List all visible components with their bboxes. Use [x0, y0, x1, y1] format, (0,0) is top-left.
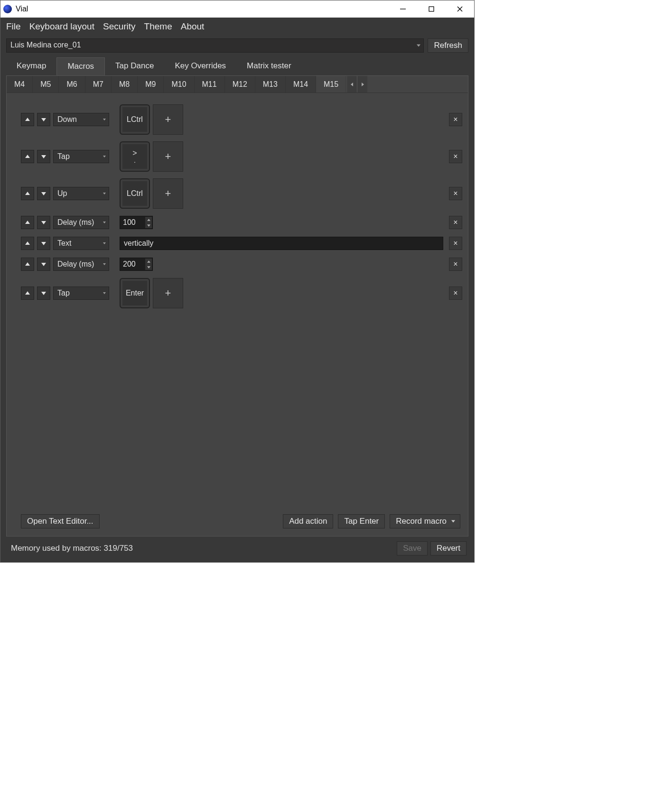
add-action-button[interactable]: Add action [283, 514, 333, 528]
svg-marker-19 [41, 263, 46, 266]
macro-tab-m9[interactable]: M9 [138, 76, 164, 93]
delete-action-button[interactable]: × [449, 237, 462, 250]
action-type-select[interactable]: Delay (ms) [53, 216, 109, 229]
macro-tab-m13[interactable]: M13 [255, 76, 286, 93]
macro-tab-m7[interactable]: M7 [85, 76, 112, 93]
svg-rect-1 [429, 7, 434, 11]
tab-keymap[interactable]: Keymap [6, 57, 56, 75]
device-select-value: Luis Medina core_01 [10, 41, 81, 49]
number-spinner[interactable] [145, 259, 152, 270]
move-up-button[interactable] [21, 187, 34, 200]
macro-toolbar: Open Text Editor... Add action Tap Enter… [21, 514, 462, 530]
svg-marker-4 [351, 83, 353, 86]
macro-tab-m8[interactable]: M8 [112, 76, 138, 93]
svg-marker-12 [25, 221, 30, 224]
menubar: File Keyboard layout Security Theme Abou… [0, 18, 474, 36]
device-row: Luis Medina core_01 Refresh [0, 36, 474, 57]
add-key-button[interactable]: + [153, 141, 183, 172]
keycap[interactable]: Enter [120, 278, 150, 308]
delay-input[interactable]: 200 [120, 258, 153, 271]
svg-marker-15 [147, 224, 150, 226]
action-type-select[interactable]: Tap [53, 287, 109, 300]
macro-actions: Down LCtrl + × Tap > . + × [7, 93, 468, 536]
refresh-button[interactable]: Refresh [428, 38, 468, 53]
tab-macros[interactable]: Macros [56, 57, 105, 75]
close-window-button[interactable] [446, 0, 474, 18]
app-icon [3, 5, 12, 13]
delete-action-button[interactable]: × [449, 187, 462, 200]
move-up-button[interactable] [21, 216, 34, 229]
svg-marker-14 [147, 219, 150, 221]
macro-tab-m11[interactable]: M11 [195, 76, 225, 93]
spin-up-icon[interactable] [145, 259, 152, 264]
macro-tab-m6[interactable]: M6 [59, 76, 85, 93]
tab-matrix-tester[interactable]: Matrix tester [236, 57, 302, 75]
action-type-select[interactable]: Delay (ms) [53, 258, 109, 271]
delete-action-button[interactable]: × [449, 150, 462, 163]
svg-marker-5 [362, 83, 364, 86]
spin-down-icon[interactable] [145, 264, 152, 270]
move-up-button[interactable] [21, 150, 34, 163]
device-select[interactable]: Luis Medina core_01 [6, 38, 424, 53]
menu-about[interactable]: About [181, 21, 205, 32]
titlebar: Vial [0, 0, 474, 18]
revert-button[interactable]: Revert [430, 541, 467, 555]
keycap[interactable]: LCtrl [120, 104, 150, 135]
move-up-button[interactable] [21, 237, 34, 250]
move-down-button[interactable] [37, 237, 50, 250]
open-text-editor-button[interactable]: Open Text Editor... [21, 514, 100, 528]
move-down-button[interactable] [37, 113, 50, 126]
move-down-button[interactable] [37, 187, 50, 200]
action-type-select[interactable]: Text [53, 237, 109, 250]
menu-keyboard-layout[interactable]: Keyboard layout [29, 21, 94, 32]
move-up-button[interactable] [21, 113, 34, 126]
move-down-button[interactable] [37, 258, 50, 271]
number-spinner[interactable] [145, 217, 152, 228]
app-title: Vial [16, 5, 28, 13]
spin-up-icon[interactable] [145, 217, 152, 222]
save-button[interactable]: Save [397, 541, 428, 555]
move-down-button[interactable] [37, 287, 50, 300]
text-input[interactable]: vertically [120, 237, 443, 250]
svg-marker-22 [25, 291, 30, 295]
move-up-button[interactable] [21, 258, 34, 271]
macro-tab-m10[interactable]: M10 [164, 76, 194, 93]
macro-tabs-scroll-right[interactable] [357, 76, 367, 93]
main-tabs: Keymap Macros Tap Dance Key Overrides Ma… [6, 57, 468, 75]
macro-tab-m15[interactable]: M15 [316, 76, 346, 93]
keycap[interactable]: > . [120, 141, 150, 172]
macro-tab-m4[interactable]: M4 [7, 76, 33, 93]
tap-enter-button[interactable]: Tap Enter [338, 514, 385, 528]
minimize-button[interactable] [389, 0, 417, 18]
delete-action-button[interactable]: × [449, 287, 462, 300]
action-type-select[interactable]: Down [53, 113, 109, 126]
macro-tabs-scroll-left[interactable] [346, 76, 357, 93]
tab-tap-dance[interactable]: Tap Dance [105, 57, 164, 75]
delay-input[interactable]: 100 [120, 216, 153, 229]
menu-file[interactable]: File [6, 21, 21, 32]
move-down-button[interactable] [37, 150, 50, 163]
macro-tab-m14[interactable]: M14 [286, 76, 316, 93]
macro-tab-m5[interactable]: M5 [33, 76, 59, 93]
add-key-button[interactable]: + [153, 104, 183, 135]
add-key-button[interactable]: + [153, 178, 183, 209]
add-key-button[interactable]: + [153, 278, 183, 308]
menu-theme[interactable]: Theme [144, 21, 172, 32]
spin-down-icon[interactable] [145, 222, 152, 228]
delete-action-button[interactable]: × [449, 216, 462, 229]
move-down-button[interactable] [37, 216, 50, 229]
move-up-button[interactable] [21, 287, 34, 300]
delete-action-button[interactable]: × [449, 258, 462, 271]
menu-security[interactable]: Security [103, 21, 136, 32]
delete-action-button[interactable]: × [449, 113, 462, 126]
svg-marker-13 [41, 221, 46, 224]
keycap[interactable]: LCtrl [120, 178, 150, 209]
action-row: Text vertically × [21, 236, 462, 250]
maximize-button[interactable] [417, 0, 446, 18]
action-type-select[interactable]: Up [53, 187, 109, 200]
record-macro-button[interactable]: Record macro [390, 514, 460, 528]
tab-key-overrides[interactable]: Key Overrides [164, 57, 236, 75]
macro-tab-m12[interactable]: M12 [225, 76, 255, 93]
action-row: Up LCtrl + × [21, 178, 462, 209]
action-type-select[interactable]: Tap [53, 150, 109, 163]
